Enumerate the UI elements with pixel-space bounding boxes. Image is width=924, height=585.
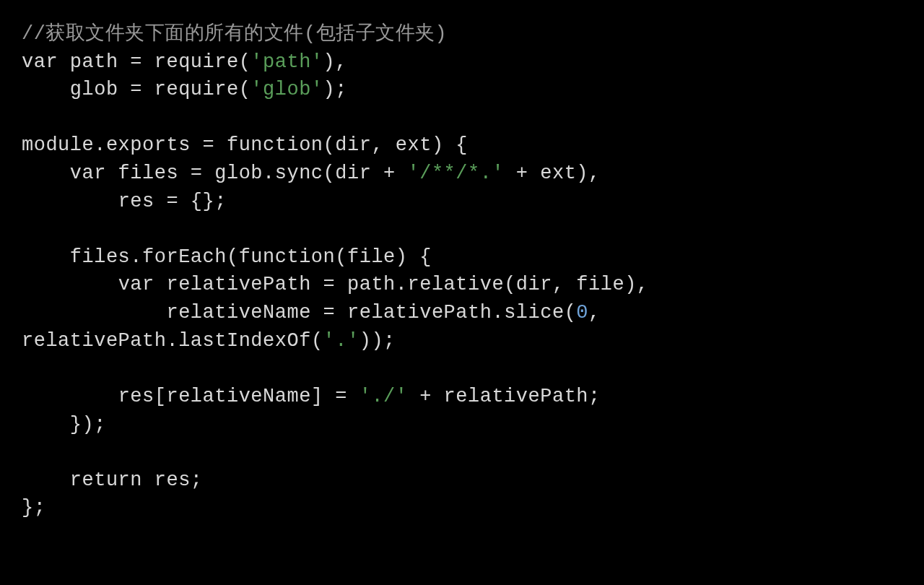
code-token: function [227,134,323,156]
code-token: '/**/*.' [408,162,505,184]
code-token: exports [106,134,191,156]
code-token: ] [311,386,335,407]
code-token [22,469,70,491]
code-token: ( [239,79,251,100]
code-token: var [22,51,58,73]
code-token: ( [323,162,336,184]
code-token: file [347,246,396,268]
code-token: = [130,79,142,100]
code-token: dir [516,274,552,295]
code-token [142,79,154,100]
code-block: //获取文件夹下面的所有的文件(包括子文件夹) var path = requi… [22,20,902,522]
code-token: path [347,274,396,295]
code-token: relativePath [154,274,323,295]
code-token: relativePath [444,386,588,407]
code-token: relativePath [347,302,492,324]
code-token: ( [227,246,239,268]
code-token: file [576,274,624,295]
code-token: , [552,274,576,295]
code-token [335,274,347,295]
code-token: './' [359,386,408,407]
code-token: = [166,191,178,212]
code-token: ext [396,134,432,156]
code-token: = [191,134,227,156]
code-token: ), [323,51,347,73]
code-token: lastIndexOf [178,330,311,352]
code-token: path [58,51,130,73]
code-token: res[ [22,386,166,407]
code-token [22,274,118,295]
code-token: files [70,246,131,268]
code-token: slice [504,302,565,324]
code-token: var [70,162,106,184]
code-token: + [371,162,407,184]
code-token: sync [275,162,323,184]
code-token: ), [624,274,648,295]
code-token: . [130,246,142,268]
code-token: . [396,274,408,295]
code-token: relativePath [22,330,166,352]
code-token: . [94,134,106,156]
code-token: module [22,134,94,156]
code-token: ; [588,386,601,407]
code-token: {}; [178,191,227,212]
code-token: = [323,302,336,324]
code-token: res; [142,469,203,491]
code-token: dir [335,162,371,184]
code-token: var [118,274,154,295]
code-token: 'path' [250,51,323,73]
code-token: = [323,274,336,295]
code-token: = [191,162,203,184]
code-token: require [154,51,239,73]
code-token: }); [22,414,106,436]
code-token: glob [22,79,130,100]
code-token [347,386,359,407]
code-token: + [504,162,540,184]
code-token [22,162,70,184]
code-token: dir [335,134,371,156]
code-token: ( [335,246,347,268]
code-token: ( [565,302,577,324]
code-token: function [239,246,336,268]
code-token: '.' [323,330,359,352]
code-token: files [106,162,191,184]
code-token: = [335,386,347,407]
code-token: ) { [396,246,432,268]
code-token: require [154,79,239,100]
code-token: , [588,302,612,324]
code-token: //获取文件夹下面的所有的文件(包括子文件夹) [22,23,447,45]
code-token: forEach [142,246,227,268]
code-token: ); [323,79,347,100]
code-token [22,246,70,268]
code-token: 0 [576,302,588,324]
code-token: ( [311,330,323,352]
code-token: )); [359,330,396,352]
code-token [335,302,347,324]
code-token: ( [504,274,516,295]
code-token: }; [22,497,45,519]
code-token: res [22,191,166,212]
code-token: relative [408,274,505,295]
code-token: + [408,386,444,407]
code-token: ( [239,51,251,73]
code-token: . [263,162,275,184]
code-token: 'glob' [250,79,323,100]
code-token: ) { [432,134,468,156]
code-token: ( [323,134,336,156]
code-token: ext [540,162,576,184]
code-token: glob [214,162,263,184]
code-token [203,162,215,184]
code-token [142,51,154,73]
code-token: relativeName [166,386,310,407]
code-token: = [130,51,142,73]
code-token: , [371,134,395,156]
code-token: ), [576,162,600,184]
code-token: . [166,330,178,352]
code-token: . [492,302,504,324]
code-token: return [70,469,142,491]
code-token: relativeName [22,302,323,324]
